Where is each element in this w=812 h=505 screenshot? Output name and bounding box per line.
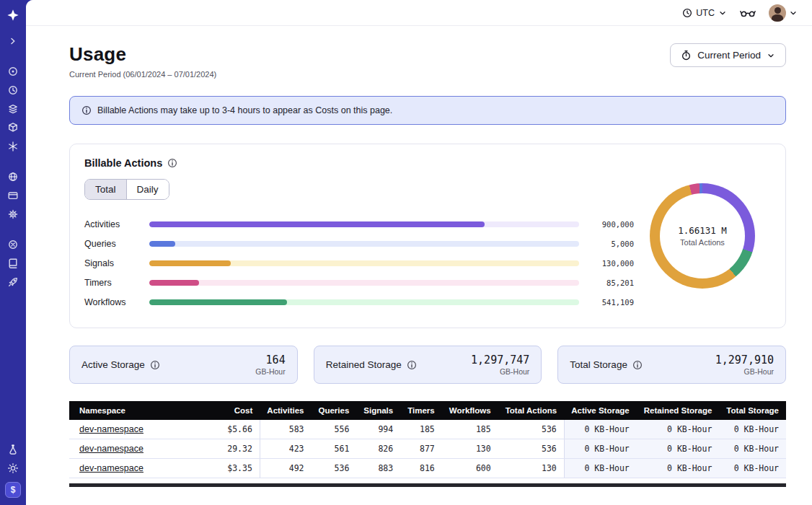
- settings-gear-icon[interactable]: [2, 205, 24, 224]
- cell-total-actions: 536: [498, 420, 565, 439]
- main-area: UTC Usage Current Period (06/01/2024 – 0…: [26, 0, 812, 505]
- total-storage-value: 1,297,910: [715, 354, 774, 366]
- cell-activities: 423: [260, 439, 311, 459]
- support-dollar-icon[interactable]: $: [5, 482, 21, 498]
- bar-fill: [149, 221, 485, 227]
- user-avatar: [769, 4, 786, 22]
- retained-storage-value: 1,297,747: [471, 354, 529, 366]
- cell-workflows: 600: [442, 459, 498, 478]
- column-header-cost: Cost: [218, 401, 260, 420]
- info-icon[interactable]: [632, 360, 643, 370]
- cell-total-storage: 0 KB-Hour: [719, 459, 786, 478]
- cell-active-storage: 0 KB-Hour: [564, 459, 637, 478]
- total-actions-donut-wrap: 1.66131 M Total Actions: [634, 183, 771, 289]
- stack-layers-icon[interactable]: [2, 100, 24, 118]
- asterisk-icon[interactable]: [2, 137, 24, 156]
- billing-card-icon[interactable]: [2, 186, 24, 205]
- table-row: dev-namespace$5.665835569941851855360 KB…: [69, 420, 786, 439]
- cell-retained-storage: 0 KB-Hour: [637, 439, 720, 459]
- info-icon[interactable]: [150, 360, 160, 370]
- namespace-link[interactable]: dev-namespace: [79, 424, 144, 434]
- namespace-cell: dev-namespace: [69, 459, 218, 478]
- circle-cancel-icon[interactable]: [2, 235, 24, 254]
- active-storage-unit: GB-Hour: [255, 367, 285, 376]
- cell-cost: 29.32: [218, 439, 260, 459]
- cell-retained-storage: 0 KB-Hour: [637, 420, 720, 439]
- cell-total-actions: 536: [498, 439, 565, 459]
- rocket-icon[interactable]: [2, 273, 24, 291]
- bar-value: 130,000: [586, 259, 634, 268]
- cell-queries: 556: [311, 420, 356, 439]
- namespace-usage-table: NamespaceCostActivitiesQueriesSignalsTim…: [69, 401, 786, 478]
- topbar: UTC: [26, 0, 812, 26]
- total-storage-label: Total Storage: [570, 359, 627, 370]
- account-menu[interactable]: [769, 4, 798, 22]
- period-dropdown-label: Current Period: [697, 50, 761, 61]
- goggles-icon[interactable]: [740, 7, 756, 18]
- docs-book-icon[interactable]: [2, 254, 24, 273]
- column-header-retained-storage: Retained Storage: [637, 401, 720, 420]
- bar-label: Workflows: [84, 297, 142, 307]
- column-header-queries: Queries: [311, 401, 356, 420]
- lab-flask-icon[interactable]: [2, 440, 24, 459]
- info-icon[interactable]: [407, 360, 417, 370]
- cube-icon[interactable]: [2, 118, 24, 137]
- cell-queries: 536: [311, 459, 356, 478]
- bar-track: [149, 221, 579, 227]
- storage-stats-row: Active Storage 164 GB-Hour Retained Stor…: [69, 346, 786, 384]
- bar-row-activities: Activities900,000: [84, 214, 634, 234]
- bar-track: [149, 260, 579, 266]
- info-icon: [81, 105, 92, 115]
- cell-total-storage: 0 KB-Hour: [719, 439, 786, 459]
- bar-track: [149, 241, 579, 247]
- info-icon[interactable]: [167, 158, 177, 168]
- namespace-link[interactable]: dev-namespace: [79, 444, 144, 454]
- total-daily-toggle: Total Daily: [84, 179, 169, 200]
- tab-daily[interactable]: Daily: [127, 180, 169, 199]
- table-header-row: NamespaceCostActivitiesQueriesSignalsTim…: [69, 401, 786, 420]
- clock-icon: [682, 8, 692, 18]
- bar-value: 85,201: [586, 278, 634, 287]
- tab-total[interactable]: Total: [85, 180, 127, 199]
- active-storage-value: 164: [255, 354, 285, 366]
- cell-retained-storage: 0 KB-Hour: [637, 459, 720, 478]
- bar-fill: [149, 241, 175, 247]
- history-clock-icon[interactable]: [2, 81, 24, 100]
- active-storage-card: Active Storage 164 GB-Hour: [69, 346, 298, 384]
- cell-signals: 994: [356, 420, 400, 439]
- period-dropdown-button[interactable]: Current Period: [670, 43, 786, 67]
- bar-label: Activities: [84, 219, 142, 229]
- cell-active-storage: 0 KB-Hour: [564, 420, 637, 439]
- retained-storage-card: Retained Storage 1,297,747 GB-Hour: [314, 346, 542, 384]
- theme-sun-icon[interactable]: [2, 459, 24, 478]
- timezone-label: UTC: [696, 8, 715, 18]
- billable-actions-title: Billable Actions: [84, 157, 771, 169]
- globe-icon[interactable]: [2, 167, 24, 186]
- bar-label: Signals: [84, 258, 142, 268]
- bar-label: Timers: [84, 278, 142, 288]
- billable-actions-chart: Total Daily Activities900,000Queries5,00…: [84, 179, 771, 312]
- current-period-subtitle: Current Period (06/01/2024 – 07/01/2024): [69, 70, 216, 79]
- cell-activities: 583: [260, 420, 311, 439]
- table-row: dev-namespace29.324235618268771305360 KB…: [69, 439, 786, 459]
- left-nav-sidebar: $: [0, 0, 26, 505]
- app-root: $ UTC Usage Current Period (06/01/2024 –: [0, 0, 812, 505]
- namespace-link[interactable]: dev-namespace: [79, 463, 144, 473]
- bar-row-signals: Signals130,000: [84, 253, 634, 273]
- cell-cost: $3.35: [218, 459, 260, 478]
- cell-total-actions: 130: [498, 459, 565, 478]
- expand-chevron-right-icon[interactable]: [2, 32, 24, 50]
- bar-fill: [149, 260, 231, 266]
- retained-storage-label: Retained Storage: [326, 359, 402, 370]
- retained-storage-unit: GB-Hour: [471, 367, 529, 376]
- table-row: dev-namespace$3.354925368838166001300 KB…: [69, 459, 786, 478]
- bar-row-workflows: Workflows541,109: [84, 292, 634, 312]
- cell-active-storage: 0 KB-Hour: [564, 439, 637, 459]
- bar-fill: [149, 299, 287, 305]
- bar-track: [149, 299, 579, 305]
- timezone-selector[interactable]: UTC: [682, 8, 727, 18]
- column-header-active-storage: Active Storage: [564, 401, 637, 420]
- temporal-logo-icon[interactable]: [2, 6, 24, 25]
- namespaces-icon[interactable]: [2, 62, 24, 81]
- bar-row-timers: Timers85,201: [84, 273, 634, 292]
